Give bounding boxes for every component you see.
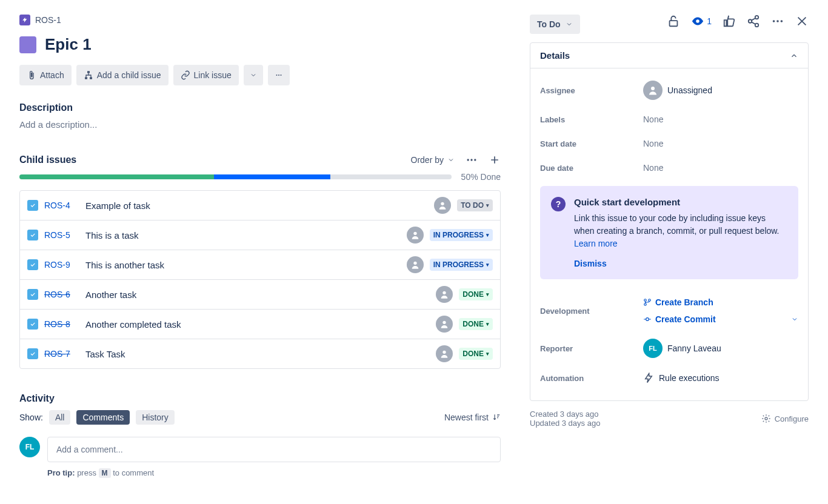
branch-icon bbox=[643, 298, 652, 307]
comment-input[interactable]: Add a comment... bbox=[47, 437, 501, 462]
progress-bar bbox=[19, 174, 452, 179]
chevron-down-icon bbox=[566, 21, 573, 28]
issue-summary: Another completed task bbox=[85, 319, 430, 330]
breadcrumb-link[interactable]: ROS-1 bbox=[35, 15, 61, 25]
svg-point-8 bbox=[474, 159, 476, 161]
status-badge[interactable]: IN PROGRESS▾ bbox=[430, 259, 493, 271]
task-type-icon bbox=[27, 259, 38, 270]
status-badge[interactable]: IN PROGRESS▾ bbox=[430, 229, 493, 241]
chevron-down-icon: ▾ bbox=[486, 321, 489, 327]
share-icon bbox=[747, 15, 760, 28]
unlock-icon bbox=[667, 15, 680, 28]
status-dropdown[interactable]: To Do bbox=[530, 15, 580, 34]
assignee-avatar[interactable] bbox=[434, 197, 451, 214]
add-child-inline-button[interactable] bbox=[489, 154, 501, 166]
sort-newest-first[interactable]: Newest first bbox=[444, 413, 501, 422]
assignee-avatar[interactable] bbox=[407, 256, 424, 273]
chevron-down-icon: ▾ bbox=[486, 291, 489, 297]
due-date-label: Due date bbox=[540, 164, 643, 173]
svg-point-10 bbox=[413, 232, 416, 235]
svg-point-6 bbox=[467, 159, 469, 161]
share-button[interactable] bbox=[747, 15, 760, 28]
svg-point-24 bbox=[749, 19, 752, 23]
child-issue-row[interactable]: ROS-4 Example of task TO DO▾ bbox=[20, 191, 500, 220]
svg-point-12 bbox=[443, 291, 446, 294]
status-badge[interactable]: TO DO▾ bbox=[457, 199, 493, 211]
child-issue-row[interactable]: ROS-6 Another task DONE▾ bbox=[20, 280, 500, 310]
start-date-field[interactable]: None bbox=[643, 139, 798, 148]
updated-timestamp: Updated 3 days ago bbox=[530, 419, 600, 428]
assignee-avatar[interactable] bbox=[436, 286, 453, 303]
header-more-button[interactable] bbox=[771, 15, 784, 28]
watch-count: 1 bbox=[707, 16, 712, 26]
child-issue-row[interactable]: ROS-9 This is another task IN PROGRESS▾ bbox=[20, 250, 500, 280]
tab-all[interactable]: All bbox=[49, 410, 71, 425]
assignee-field[interactable]: Unassigned bbox=[643, 81, 798, 100]
issue-key-link[interactable]: ROS-6 bbox=[44, 290, 79, 299]
gear-icon bbox=[761, 414, 771, 423]
assignee-avatar[interactable] bbox=[436, 316, 453, 333]
issue-summary: Example of task bbox=[85, 201, 428, 211]
progress-label: 50% Done bbox=[461, 172, 501, 182]
order-by-dropdown[interactable]: Order by bbox=[411, 155, 455, 165]
create-commit-link[interactable]: Create Commit bbox=[643, 314, 716, 324]
infobox-body: Link this issue to your code by includin… bbox=[574, 212, 787, 250]
issue-key-link[interactable]: ROS-7 bbox=[44, 349, 79, 359]
task-type-icon bbox=[27, 230, 38, 240]
automation-field[interactable]: Rule executions bbox=[643, 373, 798, 383]
issue-key-link[interactable]: ROS-9 bbox=[44, 260, 79, 270]
child-issue-row[interactable]: ROS-5 This is a task IN PROGRESS▾ bbox=[20, 220, 500, 250]
reporter-avatar: FL bbox=[643, 339, 663, 358]
attach-button[interactable]: Attach bbox=[19, 65, 72, 85]
add-child-button[interactable]: Add a child issue bbox=[76, 65, 169, 85]
child-issue-row[interactable]: ROS-7 Task Task DONE▾ bbox=[20, 339, 500, 368]
issue-key-link[interactable]: ROS-8 bbox=[44, 319, 79, 329]
activity-label: Activity bbox=[19, 393, 501, 404]
reporter-label: Reporter bbox=[540, 344, 643, 353]
chevron-down-icon[interactable] bbox=[791, 316, 798, 323]
reporter-field[interactable]: FL Fanny Laveau bbox=[643, 339, 798, 358]
status-badge[interactable]: DONE▾ bbox=[459, 288, 493, 300]
labels-field[interactable]: None bbox=[643, 114, 798, 124]
task-type-icon bbox=[27, 348, 38, 359]
lock-button[interactable] bbox=[667, 15, 680, 28]
child-more-button[interactable] bbox=[466, 154, 478, 166]
vote-button[interactable] bbox=[723, 15, 736, 28]
status-label: To Do bbox=[537, 19, 561, 29]
close-button[interactable] bbox=[795, 15, 809, 28]
child-issue-row[interactable]: ROS-8 Another completed task DONE▾ bbox=[20, 310, 500, 339]
more-actions-button[interactable] bbox=[268, 65, 290, 85]
configure-button[interactable]: Configure bbox=[761, 409, 809, 428]
bolt-icon bbox=[643, 373, 654, 383]
child-issues-list: ROS-4 Example of task TO DO▾ ROS-5 This … bbox=[19, 190, 501, 369]
tab-history[interactable]: History bbox=[136, 410, 175, 425]
epic-color-swatch[interactable] bbox=[19, 36, 36, 53]
link-issue-button[interactable]: Link issue bbox=[173, 65, 239, 85]
automation-label: Automation bbox=[540, 374, 643, 383]
breadcrumb: ROS-1 bbox=[19, 15, 501, 25]
details-toggle[interactable]: Details bbox=[530, 43, 808, 68]
svg-point-18 bbox=[649, 299, 651, 302]
status-badge[interactable]: DONE▾ bbox=[459, 348, 493, 360]
link-issue-dropdown[interactable] bbox=[244, 65, 263, 85]
description-input[interactable]: Add a description... bbox=[19, 119, 501, 130]
create-branch-link[interactable]: Create Branch bbox=[643, 297, 713, 307]
issue-key-link[interactable]: ROS-5 bbox=[44, 230, 79, 240]
chevron-down-icon: ▾ bbox=[486, 262, 489, 268]
due-date-field[interactable]: None bbox=[643, 163, 798, 173]
watch-button[interactable]: 1 bbox=[691, 15, 712, 28]
status-badge[interactable]: DONE▾ bbox=[459, 318, 493, 330]
svg-point-13 bbox=[443, 321, 446, 324]
issue-key-link[interactable]: ROS-4 bbox=[44, 201, 79, 210]
learn-more-link[interactable]: Learn more bbox=[574, 239, 618, 248]
assignee-avatar[interactable] bbox=[407, 227, 424, 244]
link-icon bbox=[181, 70, 190, 80]
description-label: Description bbox=[19, 102, 501, 113]
order-by-label: Order by bbox=[411, 155, 444, 165]
issue-title[interactable]: Epic 1 bbox=[45, 35, 92, 54]
dismiss-button[interactable]: Dismiss bbox=[574, 259, 787, 268]
tab-comments[interactable]: Comments bbox=[76, 410, 130, 425]
assignee-avatar[interactable] bbox=[436, 345, 453, 362]
svg-point-19 bbox=[646, 318, 649, 321]
pro-tip: Pro tip: press M to comment bbox=[47, 468, 501, 477]
